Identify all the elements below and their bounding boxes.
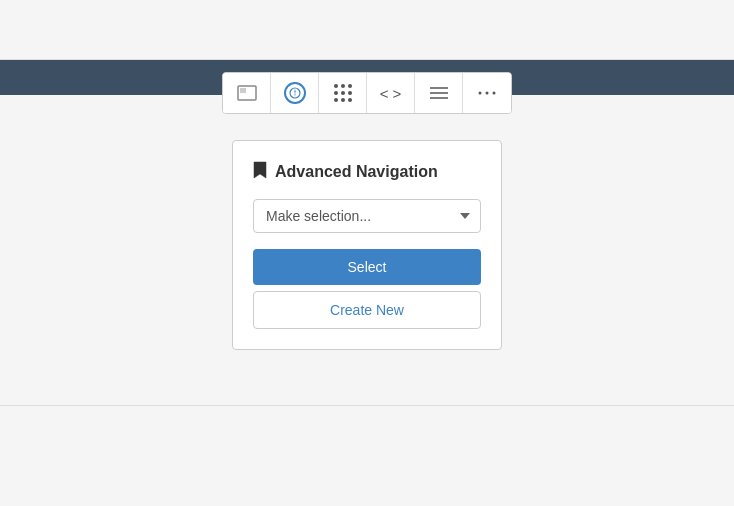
svg-rect-1 bbox=[240, 88, 246, 93]
create-new-button[interactable]: Create New bbox=[253, 291, 481, 329]
svg-marker-4 bbox=[294, 93, 296, 97]
widget-title-row: Advanced Navigation bbox=[253, 161, 481, 183]
svg-point-8 bbox=[479, 92, 482, 95]
svg-point-9 bbox=[486, 92, 489, 95]
top-bar bbox=[0, 0, 734, 60]
toolbar-item-code[interactable]: < > bbox=[367, 73, 415, 113]
code-icon: < > bbox=[380, 85, 402, 102]
toolbar-strip: < > bbox=[222, 72, 512, 114]
select-button[interactable]: Select bbox=[253, 249, 481, 285]
lines-icon bbox=[430, 86, 448, 100]
toolbar-item-compass[interactable] bbox=[271, 73, 319, 113]
toolbar-item-more[interactable] bbox=[463, 73, 511, 113]
widget-card: Advanced Navigation Make selection... Se… bbox=[232, 140, 502, 350]
bookmark-icon bbox=[253, 161, 267, 183]
toolbar-item-lines[interactable] bbox=[415, 73, 463, 113]
toolbar-item-grid[interactable] bbox=[319, 73, 367, 113]
image-icon bbox=[237, 85, 257, 101]
ellipsis-icon bbox=[478, 91, 496, 95]
svg-point-10 bbox=[493, 92, 496, 95]
main-content: Advanced Navigation Make selection... Se… bbox=[0, 95, 734, 506]
grid-dots-icon bbox=[334, 84, 352, 102]
toolbar-item-flag[interactable] bbox=[223, 73, 271, 113]
bottom-divider bbox=[0, 405, 734, 406]
svg-marker-3 bbox=[294, 89, 296, 93]
compass-icon bbox=[284, 82, 306, 104]
widget-title-text: Advanced Navigation bbox=[275, 163, 438, 181]
navigation-select[interactable]: Make selection... bbox=[253, 199, 481, 233]
